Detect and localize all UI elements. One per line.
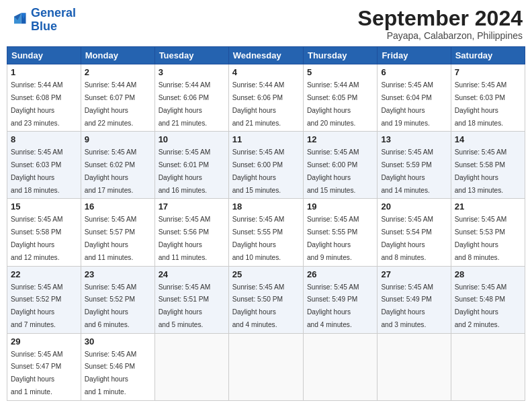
day-number: 29	[11, 336, 77, 347]
calendar-cell: 7Sunrise: 5:45 AMSunset: 6:03 PMDaylight…	[451, 64, 525, 132]
day-info: Sunrise: 5:45 AMSunset: 5:47 PMDaylight …	[11, 351, 63, 396]
day-number: 13	[381, 134, 447, 144]
day-info: Sunrise: 5:45 AMSunset: 5:52 PMDaylight …	[11, 283, 63, 328]
day-number: 14	[455, 134, 521, 144]
day-number: 30	[85, 336, 151, 347]
location-subtitle: Payapa, Calabarzon, Philippines	[358, 30, 523, 41]
day-number: 22	[11, 269, 77, 279]
title-block: September 2024 Payapa, Calabarzon, Phili…	[358, 7, 523, 41]
logo-general: General	[31, 6, 76, 19]
logo: General Blue	[9, 7, 76, 34]
day-number: 26	[307, 269, 373, 279]
day-info: Sunrise: 5:45 AMSunset: 5:51 PMDaylight …	[159, 283, 211, 328]
calendar-cell: 26Sunrise: 5:45 AMSunset: 5:49 PMDayligh…	[303, 266, 377, 333]
calendar-cell: 8Sunrise: 5:45 AMSunset: 6:03 PMDaylight…	[7, 132, 81, 199]
calendar-cell: 23Sunrise: 5:45 AMSunset: 5:52 PMDayligh…	[81, 266, 154, 333]
day-number: 2	[85, 67, 151, 77]
week-row-3: 15Sunrise: 5:45 AMSunset: 5:58 PMDayligh…	[7, 199, 525, 266]
day-info: Sunrise: 5:45 AMSunset: 5:49 PMDaylight …	[381, 283, 433, 328]
col-header-tuesday: Tuesday	[154, 47, 228, 64]
day-info: Sunrise: 5:45 AMSunset: 5:52 PMDaylight …	[85, 283, 137, 328]
week-row-4: 22Sunrise: 5:45 AMSunset: 5:52 PMDayligh…	[7, 266, 525, 333]
calendar-cell: 1Sunrise: 5:44 AMSunset: 6:08 PMDaylight…	[7, 64, 81, 132]
day-info: Sunrise: 5:45 AMSunset: 5:49 PMDaylight …	[307, 283, 359, 328]
calendar-cell	[228, 333, 303, 400]
day-info: Sunrise: 5:45 AMSunset: 5:59 PMDaylight …	[381, 148, 433, 193]
day-number: 27	[381, 269, 447, 279]
day-number: 10	[159, 134, 225, 144]
logo-text: General Blue	[31, 7, 76, 34]
day-info: Sunrise: 5:45 AMSunset: 6:04 PMDaylight …	[381, 81, 433, 126]
day-number: 28	[455, 269, 521, 279]
day-info: Sunrise: 5:45 AMSunset: 5:46 PMDaylight …	[85, 351, 137, 396]
day-info: Sunrise: 5:44 AMSunset: 6:06 PMDaylight …	[159, 81, 211, 126]
logo-icon	[9, 11, 28, 30]
day-info: Sunrise: 5:45 AMSunset: 6:03 PMDaylight …	[455, 81, 507, 126]
day-number: 18	[232, 201, 300, 212]
calendar-cell: 4Sunrise: 5:44 AMSunset: 6:06 PMDaylight…	[228, 64, 303, 132]
week-row-2: 8Sunrise: 5:45 AMSunset: 6:03 PMDaylight…	[7, 132, 525, 199]
day-info: Sunrise: 5:45 AMSunset: 5:48 PMDaylight …	[455, 283, 507, 328]
calendar-cell: 9Sunrise: 5:45 AMSunset: 6:02 PMDaylight…	[81, 132, 154, 199]
day-info: Sunrise: 5:45 AMSunset: 6:01 PMDaylight …	[159, 148, 211, 193]
calendar-cell: 14Sunrise: 5:45 AMSunset: 5:58 PMDayligh…	[451, 132, 525, 199]
day-number: 4	[232, 67, 300, 77]
col-header-thursday: Thursday	[303, 47, 377, 64]
month-title: September 2024	[358, 7, 523, 30]
calendar-cell: 24Sunrise: 5:45 AMSunset: 5:51 PMDayligh…	[154, 266, 228, 333]
col-header-wednesday: Wednesday	[228, 47, 303, 64]
calendar-cell: 10Sunrise: 5:45 AMSunset: 6:01 PMDayligh…	[154, 132, 228, 199]
day-info: Sunrise: 5:44 AMSunset: 6:07 PMDaylight …	[85, 81, 137, 126]
col-header-friday: Friday	[378, 47, 451, 64]
day-number: 21	[455, 201, 521, 212]
day-number: 3	[159, 67, 225, 77]
day-info: Sunrise: 5:45 AMSunset: 5:58 PMDaylight …	[455, 148, 507, 193]
calendar-cell: 29Sunrise: 5:45 AMSunset: 5:47 PMDayligh…	[7, 333, 81, 400]
day-number: 17	[159, 201, 225, 212]
calendar-cell: 12Sunrise: 5:45 AMSunset: 6:00 PMDayligh…	[303, 132, 377, 199]
day-info: Sunrise: 5:45 AMSunset: 5:56 PMDaylight …	[159, 216, 211, 261]
calendar-cell	[154, 333, 228, 400]
calendar-cell: 16Sunrise: 5:45 AMSunset: 5:57 PMDayligh…	[81, 199, 154, 266]
day-info: Sunrise: 5:45 AMSunset: 5:54 PMDaylight …	[381, 216, 433, 261]
logo-blue: Blue	[31, 19, 57, 33]
calendar-table: SundayMondayTuesdayWednesdayThursdayFrid…	[7, 46, 525, 401]
day-number: 19	[307, 201, 373, 212]
day-number: 12	[307, 134, 373, 144]
day-info: Sunrise: 5:44 AMSunset: 6:06 PMDaylight …	[232, 81, 285, 126]
calendar-cell: 13Sunrise: 5:45 AMSunset: 5:59 PMDayligh…	[378, 132, 451, 199]
calendar-cell: 28Sunrise: 5:45 AMSunset: 5:48 PMDayligh…	[451, 266, 525, 333]
calendar-cell: 27Sunrise: 5:45 AMSunset: 5:49 PMDayligh…	[378, 266, 451, 333]
day-info: Sunrise: 5:45 AMSunset: 6:00 PMDaylight …	[307, 148, 359, 193]
day-number: 20	[381, 201, 447, 212]
day-info: Sunrise: 5:45 AMSunset: 5:55 PMDaylight …	[232, 216, 285, 261]
day-number: 24	[159, 269, 225, 279]
day-info: Sunrise: 5:45 AMSunset: 6:02 PMDaylight …	[85, 148, 137, 193]
day-info: Sunrise: 5:45 AMSunset: 5:53 PMDaylight …	[455, 216, 507, 261]
day-number: 6	[381, 67, 447, 77]
calendar-cell: 3Sunrise: 5:44 AMSunset: 6:06 PMDaylight…	[154, 64, 228, 132]
week-row-1: 1Sunrise: 5:44 AMSunset: 6:08 PMDaylight…	[7, 64, 525, 132]
week-row-5: 29Sunrise: 5:45 AMSunset: 5:47 PMDayligh…	[7, 333, 525, 400]
day-number: 5	[307, 67, 373, 77]
day-info: Sunrise: 5:45 AMSunset: 6:03 PMDaylight …	[11, 148, 63, 193]
col-header-saturday: Saturday	[451, 47, 525, 64]
day-info: Sunrise: 5:45 AMSunset: 5:58 PMDaylight …	[11, 216, 63, 261]
day-number: 25	[232, 269, 300, 279]
col-header-monday: Monday	[81, 47, 154, 64]
day-info: Sunrise: 5:44 AMSunset: 6:05 PMDaylight …	[307, 81, 359, 126]
calendar-cell: 6Sunrise: 5:45 AMSunset: 6:04 PMDaylight…	[378, 64, 451, 132]
calendar-cell: 20Sunrise: 5:45 AMSunset: 5:54 PMDayligh…	[378, 199, 451, 266]
calendar-cell: 21Sunrise: 5:45 AMSunset: 5:53 PMDayligh…	[451, 199, 525, 266]
day-number: 8	[11, 134, 77, 144]
day-info: Sunrise: 5:45 AMSunset: 5:50 PMDaylight …	[232, 283, 285, 328]
day-info: Sunrise: 5:44 AMSunset: 6:08 PMDaylight …	[11, 81, 63, 126]
calendar-cell: 18Sunrise: 5:45 AMSunset: 5:55 PMDayligh…	[228, 199, 303, 266]
calendar-cell: 22Sunrise: 5:45 AMSunset: 5:52 PMDayligh…	[7, 266, 81, 333]
calendar-cell: 11Sunrise: 5:45 AMSunset: 6:00 PMDayligh…	[228, 132, 303, 199]
page-header: General Blue September 2024 Payapa, Cala…	[7, 7, 525, 41]
day-number: 15	[11, 201, 77, 212]
calendar-cell: 17Sunrise: 5:45 AMSunset: 5:56 PMDayligh…	[154, 199, 228, 266]
day-number: 16	[85, 201, 151, 212]
col-header-sunday: Sunday	[7, 47, 81, 64]
